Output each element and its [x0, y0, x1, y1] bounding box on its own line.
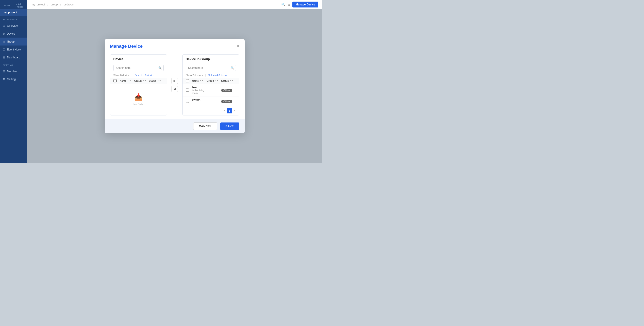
sidebar-item-overview[interactable]: ⊞ Overview: [0, 22, 27, 30]
device-selected-count[interactable]: Selected 0 device: [135, 74, 154, 77]
device-search-input[interactable]: [114, 65, 164, 71]
pagination-page-1[interactable]: 1: [227, 108, 232, 113]
sidebar-item-dashboard[interactable]: ⊟ Dashboard: [0, 53, 27, 61]
topbar: my_project / group / bedroom 🔍 ⊟ Manage …: [27, 0, 322, 9]
no-data-text: No Data: [133, 103, 143, 106]
modal-header: Manage Device ×: [104, 39, 245, 52]
group-search-input[interactable]: [186, 65, 236, 71]
device-in-group-panel: Device in Group 🔍 Show 2 devices | Selec…: [182, 54, 239, 115]
setting-label: SETTING: [0, 61, 27, 67]
cancel-button[interactable]: CANCEL: [193, 122, 218, 130]
breadcrumb: my_project / group / bedroom: [31, 3, 75, 6]
device-col-group: Group ▲▼: [134, 79, 149, 82]
breadcrumb-part-1: my_project: [32, 3, 45, 6]
device-status-cell: Offline: [221, 99, 236, 103]
device-show-count: Show 0 device: [114, 74, 130, 77]
group-col-group: Group ▲▼: [206, 79, 221, 82]
search-icon[interactable]: 🔍: [281, 3, 285, 6]
project-name[interactable]: my_project: [0, 9, 27, 16]
topbar-actions: 🔍 ⊟ Manage Device: [281, 2, 318, 8]
group-group-sort-icon[interactable]: ▲▼: [215, 80, 219, 82]
event-hook-icon: ⬡: [3, 48, 5, 51]
table-row: lamp in the living room Offline: [182, 84, 239, 96]
sidebar-item-label: Device: [7, 32, 15, 35]
modal-overlay: Manage Device × Device 🔍 Show 0 device |…: [27, 9, 322, 163]
device-status-cell: Offline: [221, 88, 236, 92]
modal-footer: CANCEL SAVE: [104, 119, 245, 133]
group-col-name: Name ▲▼: [192, 79, 207, 82]
setting-icon: ⚙: [3, 77, 6, 81]
transfer-right-button[interactable]: ▶: [172, 78, 178, 84]
sidebar-item-group[interactable]: ◎ Group: [0, 38, 27, 46]
sidebar-item-label: Dashboard: [7, 56, 20, 59]
manage-device-button[interactable]: Manage Device: [292, 2, 318, 8]
group-select-all-checkbox[interactable]: [186, 79, 189, 82]
member-icon: ⊞: [3, 70, 5, 73]
transfer-left-button[interactable]: ◀: [172, 86, 178, 92]
sidebar-item-label: Group: [7, 40, 14, 43]
group-table-header: Name ▲▼ Group ▲▼ Status ▲▼: [182, 78, 239, 84]
sidebar-item-event-hook[interactable]: ⬡ Event Hook: [0, 46, 27, 53]
device-name: switch: [192, 98, 207, 101]
group-search-container: 🔍: [186, 65, 236, 71]
sidebar-item-label: Event Hook: [7, 48, 21, 51]
group-info-divider: |: [206, 74, 206, 77]
save-button[interactable]: SAVE: [220, 122, 239, 130]
manage-device-modal: Manage Device × Device 🔍 Show 0 device |…: [104, 39, 245, 133]
device-sub: -: [192, 101, 207, 104]
name-sort-icon[interactable]: ▲▼: [127, 80, 131, 82]
row-checkbox-lamp[interactable]: [186, 89, 189, 92]
sidebar-item-device[interactable]: ◈ Device: [0, 30, 27, 38]
device-name-cell: lamp in the living room: [192, 86, 207, 94]
group-col-status: Status ▲▼: [221, 79, 236, 82]
group-name-sort-icon[interactable]: ▲▼: [199, 80, 203, 82]
pagination-next[interactable]: ›: [233, 109, 236, 112]
sidebar-item-label: Setting: [7, 78, 16, 81]
group-sort-icon[interactable]: ▲▼: [142, 80, 146, 82]
group-selected-count[interactable]: Selected 0 device: [208, 74, 228, 77]
group-table: Name ▲▼ Group ▲▼ Status ▲▼: [182, 78, 239, 106]
breadcrumb-part-2: group: [51, 3, 58, 6]
device-header-checkbox-cell: [114, 79, 120, 82]
table-row: switch - Offline: [182, 96, 239, 106]
group-header-checkbox-cell: [186, 79, 192, 82]
add-project-button[interactable]: + Add Project: [14, 3, 24, 8]
device-select-all-checkbox[interactable]: [114, 79, 116, 82]
group-icon: ◎: [3, 40, 5, 43]
device-table-header: Name ▲▼ Group ▲▼ Status ▲▼: [110, 78, 167, 84]
filter-icon[interactable]: ⊟: [288, 3, 290, 6]
sidebar-item-member[interactable]: ⊞ Member: [0, 67, 27, 75]
status-sort-icon[interactable]: ▲▼: [157, 80, 161, 82]
device-panel-info: Show 0 device | Selected 0 device: [110, 73, 167, 78]
dashboard-icon: ⊟: [3, 56, 5, 59]
modal-body: Device 🔍 Show 0 device | Selected 0 devi…: [104, 52, 245, 119]
device-search-container: 🔍: [114, 65, 164, 71]
no-data-icon: 📥: [134, 93, 142, 101]
row-checkbox-cell: [186, 89, 192, 92]
device-panel-title: Device: [110, 55, 167, 63]
device-sub: in the living room: [192, 89, 207, 94]
sidebar: PROJECT + Add Project my_project WORKSPA…: [0, 0, 27, 163]
breadcrumb-part-3: bedroom: [64, 3, 74, 6]
sidebar-item-label: Overview: [7, 24, 18, 27]
row-checkbox-switch[interactable]: [186, 100, 189, 103]
overview-icon: ⊞: [3, 24, 5, 27]
group-search-icon: 🔍: [231, 66, 234, 70]
device-icon: ◈: [3, 32, 5, 35]
project-label: PROJECT: [3, 5, 14, 7]
device-col-name: Name ▲▼: [120, 79, 134, 82]
transfer-controls: ▶ ◀: [170, 54, 179, 115]
pagination: ‹ 1 ›: [182, 106, 239, 115]
breadcrumb-sep-2: /: [60, 3, 62, 6]
info-divider: |: [132, 74, 132, 77]
device-name-cell: switch -: [192, 98, 207, 104]
sidebar-item-label: Member: [7, 70, 17, 73]
modal-close-button[interactable]: ×: [237, 44, 239, 48]
group-panel-info: Show 2 devices | Selected 0 device: [182, 73, 239, 78]
workspace-label: WORKSPACE: [0, 16, 27, 22]
sidebar-item-setting[interactable]: ⚙ Setting: [0, 75, 27, 83]
pagination-prev[interactable]: ‹: [223, 109, 226, 112]
group-status-sort-icon[interactable]: ▲▼: [229, 80, 234, 82]
row-checkbox-cell: [186, 100, 192, 103]
status-badge: Offline: [221, 89, 232, 92]
